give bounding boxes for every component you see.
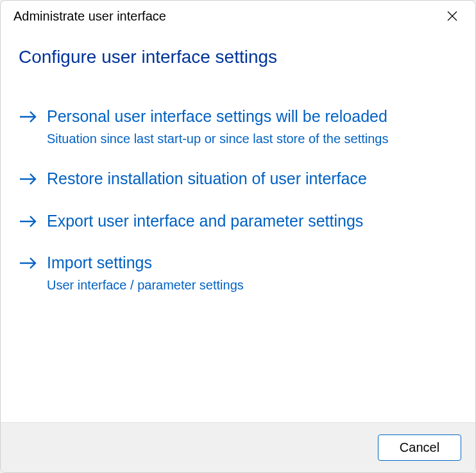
page-heading: Configure user interface settings [19, 47, 457, 67]
close-icon [447, 11, 457, 21]
cancel-button[interactable]: Cancel [378, 434, 461, 461]
option-reload-settings[interactable]: Personal user interface settings will be… [19, 106, 457, 148]
titlebar: Administrate user interface [1, 1, 475, 29]
arrow-right-icon [19, 168, 39, 189]
option-text: Restore installation situation of user i… [47, 168, 457, 190]
window-title: Administrate user interface [13, 9, 166, 24]
option-restore-installation[interactable]: Restore installation situation of user i… [19, 168, 457, 190]
option-export-settings[interactable]: Export user interface and parameter sett… [19, 211, 457, 232]
dialog-window: Administrate user interface Configure us… [0, 0, 476, 473]
option-title: Restore installation situation of user i… [47, 168, 457, 190]
option-title: Personal user interface settings will be… [47, 106, 457, 128]
option-text: Personal user interface settings will be… [47, 106, 457, 148]
option-text: Import settings User interface / paramet… [47, 252, 457, 294]
arrow-right-icon [19, 106, 39, 126]
arrow-right-icon [19, 211, 39, 231]
option-title: Import settings [47, 252, 457, 274]
content-area: Configure user interface settings Person… [1, 29, 475, 422]
option-text: Export user interface and parameter sett… [47, 211, 457, 232]
option-title: Export user interface and parameter sett… [47, 211, 457, 232]
dialog-footer: Cancel [1, 422, 475, 472]
option-desc: Situation since last start-up or since l… [47, 130, 457, 148]
arrow-right-icon [19, 252, 39, 273]
close-button[interactable] [439, 6, 465, 26]
option-import-settings[interactable]: Import settings User interface / paramet… [19, 252, 457, 294]
option-desc: User interface / parameter settings [47, 277, 457, 294]
